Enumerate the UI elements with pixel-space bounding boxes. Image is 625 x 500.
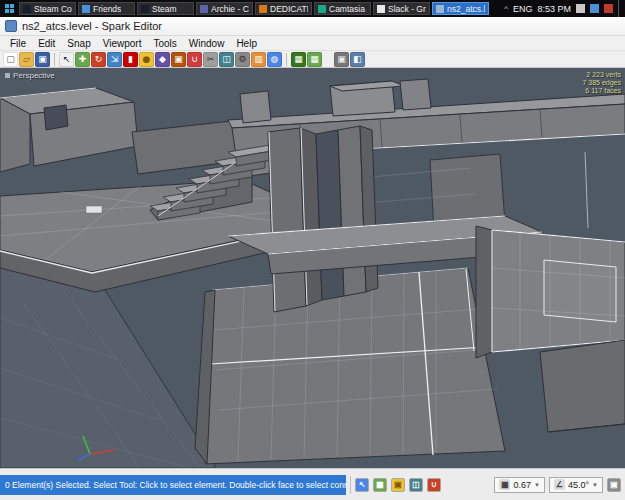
menu-snap[interactable]: Snap: [61, 38, 96, 49]
show-desktop-button[interactable]: [618, 0, 621, 17]
angle-snap-value: 45.0°: [568, 480, 589, 490]
taskbar-item-label: Steam Com...: [34, 4, 72, 14]
scale-icon[interactable]: ⇲: [107, 52, 122, 67]
save-icon[interactable]: ▣: [35, 52, 50, 67]
toolbar-separator: [54, 53, 55, 66]
stat-faces: 6 117 faces: [582, 87, 621, 95]
menubar: File Edit Snap Viewport Tools Window Hel…: [0, 36, 625, 50]
menu-tools[interactable]: Tools: [147, 38, 182, 49]
taskbar-item-slack[interactable]: Slack - Grang...: [373, 2, 430, 15]
grid-small-icon[interactable]: ▦: [291, 52, 306, 67]
menu-edit[interactable]: Edit: [32, 38, 61, 49]
taskbar-item-label: Steam: [152, 4, 177, 14]
statusbar: 0 Element(s) Selected. Select Tool: Clic…: [0, 468, 625, 500]
network-icon[interactable]: [576, 4, 585, 13]
entity-icon[interactable]: ◆: [155, 52, 170, 67]
language-indicator[interactable]: ENG: [513, 4, 533, 14]
start-button[interactable]: [0, 0, 18, 17]
viewport-stats: 2 223 verts 7 385 edges 6 117 faces: [582, 71, 621, 95]
steam-icon: [141, 5, 149, 13]
menu-window[interactable]: Window: [183, 38, 231, 49]
taskbar-item-label: Camtasia Stu...: [329, 4, 367, 14]
clip-icon[interactable]: ✂: [203, 52, 218, 67]
magnet-snap-icon[interactable]: ∪: [427, 478, 441, 492]
toolbar-separator: [286, 53, 287, 66]
spark-editor-icon: [436, 5, 444, 13]
viewport-canvas[interactable]: [0, 68, 625, 468]
volume-icon[interactable]: [590, 4, 599, 13]
taskbar-item-archie-chat[interactable]: Archie - Chat: [196, 2, 253, 15]
taskbar-item-friends[interactable]: Friends: [78, 2, 135, 15]
window-title: ns2_atcs.level - Spark Editor: [22, 20, 162, 32]
grid-size-control[interactable]: ▦ 0.67 ▼: [494, 477, 544, 493]
taskbar-item-steam-community[interactable]: Steam Com...: [19, 2, 76, 15]
tray-caret-icon[interactable]: ^: [504, 4, 508, 13]
light-icon[interactable]: ●: [139, 52, 154, 67]
windows-logo-icon: [5, 4, 14, 13]
layers-icon[interactable]: ◫: [409, 478, 423, 492]
select-mode-icon[interactable]: ↖: [355, 478, 369, 492]
taskbar-item-dedicated-server[interactable]: DEDICATED S...: [255, 2, 312, 15]
weld-magnet-icon[interactable]: ∪: [187, 52, 202, 67]
mirror-icon[interactable]: ◫: [219, 52, 234, 67]
viewport-mode-label[interactable]: Perspective: [5, 71, 55, 80]
taskbar-item-label: ns2_atcs.level...: [447, 4, 485, 14]
viewport-3d[interactable]: Perspective 2 223 verts 7 385 edges 6 11…: [0, 68, 625, 468]
camtasia-icon: [318, 5, 326, 13]
viewport-mode-icon: [5, 73, 10, 78]
slack-icon: [377, 5, 385, 13]
grid-toggle-icon[interactable]: ▦: [373, 478, 387, 492]
screen: Steam Com... Friends Steam Archie - Chat…: [0, 0, 625, 500]
taskbar-item-steam[interactable]: Steam: [137, 2, 194, 15]
menu-help[interactable]: Help: [230, 38, 263, 49]
toolbar: ▢ ▱ ▣ ↖ ✚ ↻ ⇲ ▮ ● ◆ ▣ ∪ ✂ ◫ ⚙ ▥ ◍ ▦ ▦ ▣ …: [0, 50, 625, 68]
settings-gear-icon[interactable]: ⚙: [235, 52, 250, 67]
chevron-down-icon: ▼: [592, 482, 598, 488]
menu-file[interactable]: File: [4, 38, 32, 49]
screenshot-camera-icon[interactable]: ▣: [334, 52, 349, 67]
angle-icon: ∠: [554, 479, 565, 490]
prop-icon[interactable]: ▣: [171, 52, 186, 67]
taskbar-item-label: DEDICATED S...: [270, 4, 308, 14]
notification-icon[interactable]: [604, 4, 613, 13]
taskbar-item-label: Friends: [93, 4, 121, 14]
chevron-down-icon: ▼: [534, 482, 540, 488]
taskbar-item-spark-editor[interactable]: ns2_atcs.level...: [432, 2, 489, 15]
menu-viewport[interactable]: Viewport: [97, 38, 148, 49]
status-camera-icon[interactable]: ▣: [607, 478, 621, 492]
taskbar-item-camtasia[interactable]: Camtasia Stu...: [314, 2, 371, 15]
clock[interactable]: 8:53 PM: [537, 4, 571, 14]
angle-snap-control[interactable]: ∠ 45.0° ▼: [549, 477, 603, 493]
texture-lock-icon[interactable]: ▣: [391, 478, 405, 492]
grid-size-value: 0.67: [513, 480, 531, 490]
system-tray: ^ ENG 8:53 PM: [504, 0, 625, 17]
titlebar: ns2_atcs.level - Spark Editor: [0, 17, 625, 36]
translate-icon[interactable]: ✚: [75, 52, 90, 67]
status-separator: [350, 476, 351, 494]
chat-icon: [200, 5, 208, 13]
new-file-icon[interactable]: ▢: [3, 52, 18, 67]
globe-icon[interactable]: ◍: [267, 52, 282, 67]
taskbar-item-label: Slack - Grang...: [388, 4, 426, 14]
rotate-icon[interactable]: ↻: [91, 52, 106, 67]
paint-icon[interactable]: ▮: [123, 52, 138, 67]
taskbar-item-label: Archie - Chat: [211, 4, 249, 14]
stat-verts: 2 223 verts: [582, 71, 621, 79]
friends-icon: [82, 5, 90, 13]
viewport-layout-icon[interactable]: ◧: [350, 52, 365, 67]
grid-large-icon[interactable]: ▦: [307, 52, 322, 67]
server-icon: [259, 5, 267, 13]
app-icon: [5, 20, 17, 32]
taskbar: Steam Com... Friends Steam Archie - Chat…: [0, 0, 625, 17]
package-icon[interactable]: ▥: [251, 52, 266, 67]
texture-label: [86, 206, 102, 213]
status-message: 0 Element(s) Selected. Select Tool: Clic…: [0, 475, 346, 495]
stat-edges: 7 385 edges: [582, 79, 621, 87]
open-folder-icon[interactable]: ▱: [19, 52, 34, 67]
steam-icon: [23, 5, 31, 13]
grid-size-icon: ▦: [499, 479, 510, 490]
select-icon[interactable]: ↖: [59, 52, 74, 67]
